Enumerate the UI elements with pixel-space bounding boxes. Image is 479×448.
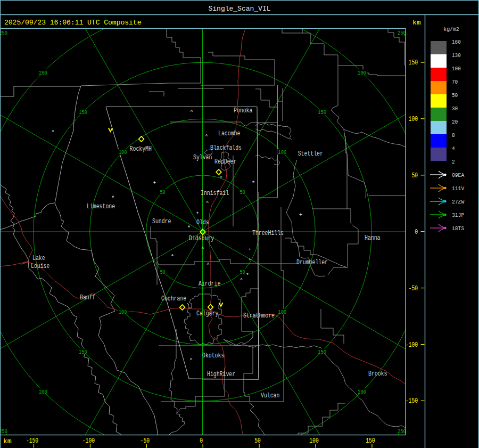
- svg-text:27ZW: 27ZW: [452, 199, 465, 205]
- svg-text:70: 70: [452, 79, 458, 85]
- svg-text:100: 100: [409, 116, 418, 123]
- svg-text:0: 0: [415, 229, 418, 236]
- svg-text:200: 200: [39, 70, 47, 76]
- svg-text:-100: -100: [82, 437, 95, 445]
- svg-text:250: 250: [398, 428, 406, 435]
- svg-text:+: +: [299, 212, 302, 218]
- svg-text:250: 250: [398, 30, 406, 36]
- svg-text:Louise: Louise: [31, 263, 49, 270]
- svg-text:Limestone: Limestone: [87, 203, 115, 210]
- svg-text:4: 4: [452, 145, 455, 152]
- svg-text:Airdrie: Airdrie: [199, 280, 220, 288]
- svg-text:Blackfalds: Blackfalds: [210, 144, 242, 152]
- svg-text:Lacombe: Lacombe: [218, 130, 240, 137]
- svg-text:-150: -150: [406, 397, 418, 405]
- svg-text:2025/09/23 16:06:11 UTC Compos: 2025/09/23 16:06:11 UTC Composite: [4, 19, 141, 27]
- svg-text:Single_Scan_VIL: Single_Scan_VIL: [208, 5, 270, 13]
- svg-text:8: 8: [452, 132, 455, 139]
- svg-text:Innisfail: Innisfail: [201, 190, 229, 197]
- svg-text:150: 150: [79, 349, 87, 355]
- svg-text:31JP: 31JP: [452, 212, 465, 218]
- svg-text:^: ^: [220, 175, 222, 181]
- svg-text:Lake: Lake: [32, 255, 45, 262]
- svg-text:^: ^: [206, 200, 209, 206]
- svg-text:Sundre: Sundre: [152, 218, 171, 225]
- svg-text:50: 50: [254, 437, 261, 445]
- svg-text:200: 200: [358, 70, 366, 76]
- svg-text:111V: 111V: [452, 185, 465, 192]
- svg-text:kg/m2: kg/m2: [443, 26, 459, 32]
- svg-text:Strathmore: Strathmore: [243, 312, 275, 320]
- svg-text:^: ^: [52, 129, 54, 135]
- svg-text:Okotoks: Okotoks: [202, 352, 224, 360]
- svg-text:-100: -100: [406, 341, 418, 349]
- svg-text:150: 150: [318, 109, 326, 116]
- svg-text:Sylvan: Sylvan: [193, 154, 212, 161]
- svg-text:100: 100: [119, 309, 127, 315]
- svg-text:100: 100: [278, 149, 287, 156]
- svg-text:130: 130: [452, 52, 461, 59]
- svg-text:km: km: [3, 437, 12, 445]
- svg-text:*: *: [111, 195, 115, 201]
- svg-text:50: 50: [240, 269, 245, 275]
- svg-text:50: 50: [411, 172, 418, 180]
- svg-text:Ponoka: Ponoka: [234, 107, 252, 115]
- svg-text:^: ^: [201, 246, 204, 251]
- svg-text:100: 100: [119, 149, 127, 156]
- svg-text:18TS: 18TS: [452, 225, 465, 232]
- svg-text:200: 200: [358, 389, 366, 395]
- svg-text:^: ^: [189, 357, 192, 363]
- svg-text:100: 100: [309, 437, 318, 445]
- svg-text:Olds: Olds: [196, 219, 209, 226]
- svg-text:09EA: 09EA: [452, 172, 465, 178]
- svg-text:20: 20: [452, 119, 458, 125]
- svg-text:100: 100: [452, 66, 461, 72]
- svg-text:Stettler: Stettler: [298, 150, 323, 158]
- svg-text:-50: -50: [409, 285, 418, 292]
- svg-text:150: 150: [318, 349, 326, 355]
- svg-text:2: 2: [452, 159, 455, 165]
- svg-text:150: 150: [79, 109, 87, 116]
- svg-text:50: 50: [452, 92, 458, 99]
- svg-text:Hanna: Hanna: [365, 234, 381, 242]
- svg-text:Calgary: Calgary: [196, 310, 218, 317]
- svg-text:160: 160: [452, 39, 461, 45]
- svg-text:Brooks: Brooks: [368, 370, 387, 378]
- svg-text:*: *: [252, 180, 255, 186]
- svg-text:250: 250: [0, 30, 7, 36]
- svg-text:ThreeHills: ThreeHills: [252, 230, 284, 237]
- svg-text:RockyMH: RockyMH: [130, 145, 152, 153]
- svg-text:200: 200: [39, 389, 47, 395]
- svg-text:km: km: [412, 19, 421, 27]
- svg-text:150: 150: [366, 437, 375, 445]
- svg-text:RedDeer: RedDeer: [214, 158, 236, 166]
- svg-text:^: ^: [240, 278, 243, 283]
- svg-text:Banff: Banff: [80, 294, 96, 302]
- svg-text:50: 50: [240, 189, 245, 196]
- svg-text:Cochrane: Cochrane: [161, 295, 186, 303]
- svg-text:-50: -50: [141, 437, 150, 445]
- svg-text:-150: -150: [26, 437, 38, 445]
- svg-text:100: 100: [278, 309, 287, 315]
- svg-text:50: 50: [160, 189, 165, 196]
- svg-text:^: ^: [207, 262, 209, 267]
- svg-text:30: 30: [452, 105, 458, 112]
- svg-text:0: 0: [200, 437, 203, 445]
- svg-text:^: ^: [190, 109, 193, 115]
- svg-text:150: 150: [409, 59, 418, 67]
- svg-text:HighRiver: HighRiver: [207, 371, 235, 378]
- svg-text:^: ^: [205, 134, 208, 139]
- svg-text:50: 50: [160, 269, 165, 275]
- svg-text:Didsbury: Didsbury: [189, 235, 214, 242]
- svg-text:250: 250: [0, 428, 7, 435]
- svg-text:Vulcan: Vulcan: [261, 392, 279, 400]
- svg-text:Drumheller: Drumheller: [296, 259, 328, 266]
